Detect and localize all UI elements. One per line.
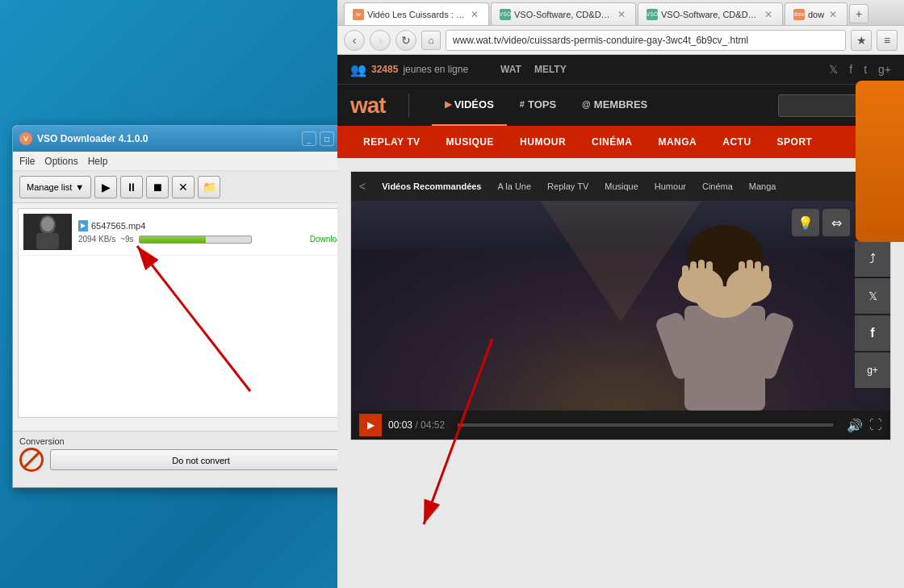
rec-alaune[interactable]: A la Une (497, 181, 531, 191)
conversion-row: Do not convert (13, 448, 358, 472)
play-pause-button[interactable]: ▶ (359, 414, 382, 436)
nav-tops[interactable]: # TOPS (507, 85, 569, 127)
users-count: 32485 (371, 64, 398, 75)
bookmark-button[interactable]: ★ (851, 30, 872, 51)
facebook-icon[interactable]: f (849, 63, 852, 76)
browser-addressbar: ‹ › ↻ ⌂ www.wat.tv/video/cuissards-permi… (337, 26, 904, 55)
svg-point-3 (41, 217, 54, 231)
rec-prev-button[interactable]: < (359, 180, 366, 193)
wat-subnav: REPLAY TV MUSIQUE HUMOUR CINÉMA MANGA AC… (337, 126, 904, 158)
file-menu[interactable]: File (19, 156, 35, 167)
rec-musique[interactable]: Musique (605, 181, 638, 191)
wat-logo[interactable]: wat (350, 93, 386, 119)
gplus-share-button[interactable]: g+ (855, 352, 890, 388)
rec-humour[interactable]: Humour (655, 181, 686, 191)
nav-videos[interactable]: ▶ VIDÉOS (432, 85, 507, 127)
subnav-manga[interactable]: MANGA (645, 126, 709, 158)
video-player[interactable]: 💡 ⇔ ⤴ 𝕏 f g+ ▶ (351, 201, 890, 440)
vso-downloader-window: V VSO Downloader 4.1.0.0 _ □ ✕ File Opti… (12, 125, 359, 488)
browser-tab-1[interactable]: w Vidéo Les Cuissards : Le pe... ✕ (344, 2, 489, 25)
gplus-icon[interactable]: g+ (878, 63, 891, 76)
chrome-menu-button[interactable]: ≡ (877, 30, 898, 51)
maximize-button[interactable]: □ (320, 131, 334, 146)
resize-button[interactable]: ⇔ (822, 209, 850, 236)
download-speed: 2094 KB/s (78, 235, 115, 244)
rec-replay[interactable]: Replay TV (547, 181, 588, 191)
total-time: 04:52 (421, 419, 445, 431)
no-convert-button[interactable]: Do not convert (50, 449, 352, 470)
play-button[interactable]: ▶ (94, 176, 117, 198)
wat-top-nav: WAT MELTY (500, 64, 567, 75)
facebook-share-button[interactable]: f (855, 315, 890, 351)
new-tab-button[interactable]: + (849, 4, 868, 23)
svg-rect-14 (682, 265, 688, 286)
video-rec-bar: < Vidéos Recommandées A la Une Replay TV… (351, 172, 890, 201)
twitter-share-button[interactable]: 𝕏 (855, 278, 890, 314)
vso-app-icon: V (19, 132, 32, 145)
home-button[interactable]: ⌂ (421, 31, 441, 50)
rec-cinema[interactable]: Cinéma (702, 181, 733, 191)
subnav-sport[interactable]: SPORT (764, 126, 826, 158)
subnav-replay[interactable]: REPLAY TV (350, 126, 433, 158)
tab-2-text: VSO-Software, CD&DVD b... (514, 10, 613, 19)
browser-tab-2[interactable]: VSO VSO-Software, CD&DVD b... ✕ (491, 2, 636, 25)
video-time: 00:03 / 04:52 (388, 419, 445, 431)
subnav-musique[interactable]: MUSIQUE (433, 126, 508, 158)
minimize-button[interactable]: _ (302, 131, 316, 146)
svg-rect-20 (755, 261, 761, 284)
tab-1-close[interactable]: ✕ (469, 9, 480, 20)
back-button[interactable]: ‹ (344, 30, 365, 51)
tab-2-close[interactable]: ✕ (616, 9, 627, 20)
manage-list-button[interactable]: Manage list ▼ (19, 176, 91, 198)
tab-4-close[interactable]: ✕ (827, 9, 839, 20)
folder-button[interactable]: 📁 (198, 176, 220, 198)
options-menu[interactable]: Options (44, 156, 77, 167)
video-frame: 💡 ⇔ ⤴ 𝕏 f g+ (351, 201, 890, 411)
wat-main-nav: ▶ VIDÉOS # TOPS @ MEMBRES (432, 85, 661, 127)
wat-body: < Vidéos Recommandées A la Une Replay TV… (337, 158, 904, 588)
volume-button[interactable]: 🔊 (847, 418, 863, 433)
nav-membres[interactable]: @ MEMBRES (569, 85, 660, 127)
video-top-actions: 💡 ⇔ (792, 209, 850, 236)
conversion-section: Conversion Do not convert (13, 431, 358, 487)
svg-rect-16 (698, 260, 705, 284)
browser-tab-4[interactable]: dow dow ✕ (785, 2, 848, 25)
tab-3-close[interactable]: ✕ (763, 9, 774, 20)
progress-bar-fill (140, 236, 207, 243)
tumblr-icon[interactable]: t (864, 63, 867, 76)
stop-button[interactable]: ⏹ (146, 176, 169, 198)
desktop-decoration (856, 81, 904, 242)
social-icons: 𝕏 f t g+ (829, 63, 891, 76)
twitter-icon[interactable]: 𝕏 (829, 63, 838, 76)
download-progress-row: 2094 KB/s ~9s Downloa... (78, 235, 348, 244)
website-content: 👥 32485 jeunes en ligne WAT MELTY 𝕏 f t … (337, 55, 904, 588)
browser-tabs-bar: w Vidéo Les Cuissards : Le pe... ✕ VSO V… (337, 0, 904, 26)
browser-tab-3[interactable]: VSO VSO-Software, CD&DVD b... ✕ (638, 2, 783, 25)
wat-link[interactable]: WAT (500, 64, 521, 75)
fullscreen-button[interactable]: ⛶ (869, 418, 882, 432)
conversion-label: Conversion (13, 432, 358, 448)
download-item[interactable]: ▶ 6547565.mp4 2094 KB/s ~9s Downloa... (19, 209, 353, 256)
bulb-button[interactable]: 💡 (792, 209, 819, 236)
pause-button[interactable]: ⏸ (120, 176, 143, 198)
current-time: 00:03 (388, 419, 412, 431)
wat-header-main: wat ▶ VIDÉOS # TOPS @ MEMBRES (337, 84, 904, 126)
subnav-humour[interactable]: HUMOUR (507, 126, 579, 158)
url-bar[interactable]: www.wat.tv/video/cuissards-permis-condui… (446, 30, 846, 51)
rec-manga[interactable]: Manga (749, 181, 776, 191)
melty-link[interactable]: MELTY (534, 64, 567, 75)
share-button[interactable]: ⤴ (855, 241, 890, 277)
help-menu[interactable]: Help (88, 156, 108, 167)
progress-scrubber[interactable] (458, 423, 834, 427)
subnav-cinema[interactable]: CINÉMA (579, 126, 645, 158)
reload-button[interactable]: ↻ (396, 30, 416, 51)
cancel-button[interactable]: ✕ (172, 176, 195, 198)
svg-rect-17 (706, 261, 713, 284)
download-thumbnail (23, 214, 72, 250)
tab-3-text: VSO-Software, CD&DVD b... (661, 10, 760, 19)
subnav-actu[interactable]: ACTU (709, 126, 764, 158)
file-icon: ▶ (78, 220, 88, 231)
forward-button[interactable]: › (370, 30, 391, 51)
rec-recommandees[interactable]: Vidéos Recommandées (382, 181, 481, 191)
download-list: ▶ 6547565.mp4 2094 KB/s ~9s Downloa... (18, 208, 354, 418)
